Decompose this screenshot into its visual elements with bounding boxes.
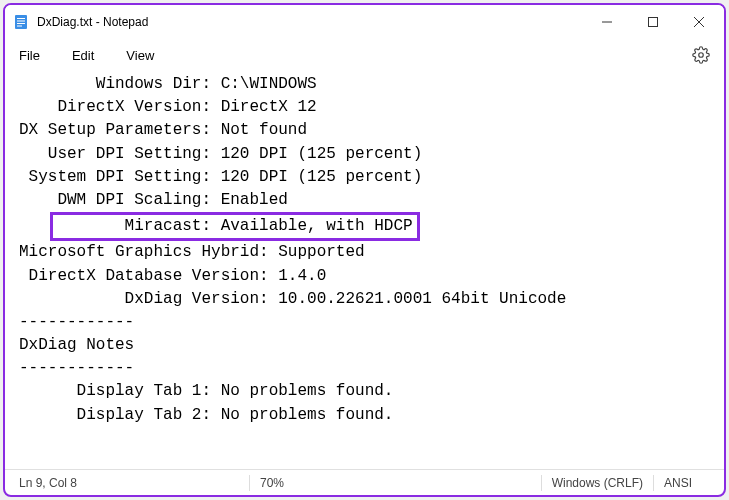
text-line: DirectX Database Version: 1.4.0 — [5, 265, 724, 288]
svg-rect-1 — [17, 18, 25, 19]
menubar: File Edit View — [5, 39, 724, 71]
menu-file[interactable]: File — [19, 48, 40, 63]
status-zoom: 70% — [250, 476, 294, 490]
maximize-button[interactable] — [630, 6, 676, 38]
text-line: Windows Dir: C:\WINDOWS — [5, 73, 724, 96]
status-line-ending: Windows (CRLF) — [542, 476, 653, 490]
text-line: Microsoft Graphics Hybrid: Supported — [5, 241, 724, 264]
statusbar: Ln 9, Col 8 70% Windows (CRLF) ANSI — [5, 469, 724, 495]
status-cursor-position: Ln 9, Col 8 — [19, 476, 249, 490]
text-line: Miracast: Available, with HDCP — [5, 212, 724, 241]
text-line: DWM DPI Scaling: Enabled — [5, 189, 724, 212]
highlight-label: Miracast: — [57, 217, 211, 235]
notepad-icon — [13, 14, 29, 30]
text-line: ------------ — [5, 357, 724, 380]
settings-icon[interactable] — [692, 46, 710, 64]
text-line: DxDiag Notes — [5, 334, 724, 357]
text-line: Display Tab 2: No problems found. — [5, 404, 724, 427]
window-controls — [584, 6, 722, 38]
miracast-highlight: Miracast: Available, with HDCP — [50, 212, 419, 241]
svg-rect-0 — [15, 15, 27, 29]
highlight-value: Available, with HDCP — [211, 217, 413, 235]
text-line: DirectX Version: DirectX 12 — [5, 96, 724, 119]
text-line: System DPI Setting: 120 DPI (125 percent… — [5, 166, 724, 189]
menu-edit[interactable]: Edit — [72, 48, 94, 63]
status-encoding: ANSI — [654, 476, 724, 490]
svg-rect-6 — [649, 18, 658, 27]
titlebar[interactable]: DxDiag.txt - Notepad — [5, 5, 724, 39]
svg-rect-4 — [17, 26, 22, 27]
text-area[interactable]: Windows Dir: C:\WINDOWS DirectX Version:… — [5, 71, 724, 469]
minimize-button[interactable] — [584, 6, 630, 38]
svg-point-9 — [699, 53, 704, 58]
text-line: Display Tab 1: No problems found. — [5, 380, 724, 403]
window-title: DxDiag.txt - Notepad — [37, 15, 148, 29]
text-line: User DPI Setting: 120 DPI (125 percent) — [5, 143, 724, 166]
notepad-window: DxDiag.txt - Notepad File Edit View — [3, 3, 726, 497]
svg-rect-3 — [17, 23, 25, 24]
text-line: DX Setup Parameters: Not found — [5, 119, 724, 142]
text-line: DxDiag Version: 10.00.22621.0001 64bit U… — [5, 288, 724, 311]
svg-rect-2 — [17, 21, 25, 22]
text-line: ------------ — [5, 311, 724, 334]
close-button[interactable] — [676, 6, 722, 38]
menu-view[interactable]: View — [126, 48, 154, 63]
